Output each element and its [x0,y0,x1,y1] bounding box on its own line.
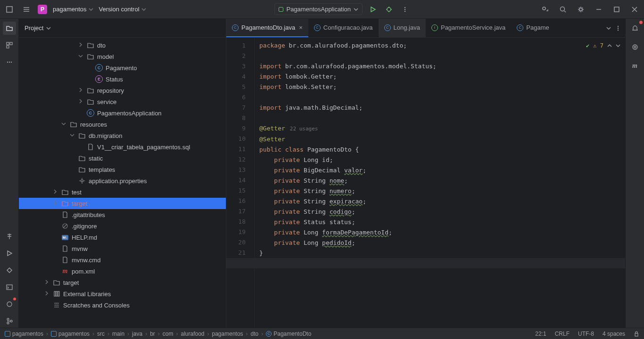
tree-item[interactable]: Scratches and Consoles [19,299,226,311]
breadcrumb-item[interactable]: com [163,331,173,337]
editor-tabs: CPagamentoDto.java×CConfiguracao.javaCLo… [226,19,625,38]
minimize-button[interactable] [593,4,604,15]
breadcrumb-item[interactable]: pagamentos [212,331,243,337]
tree-item-label: service [97,98,116,105]
notifications-button[interactable] [628,22,642,35]
tab-label: Configuracao.java [323,24,373,31]
tree-item[interactable]: mvnw.cmd [19,254,226,266]
run-button[interactable] [367,4,379,15]
close-button[interactable] [629,4,640,15]
ai-assistant-button[interactable] [628,40,642,54]
chevron-up-icon[interactable] [607,43,612,48]
inspection-warning-count[interactable]: ⚠ 7 [593,40,603,51]
tree-item[interactable]: repository [19,85,226,96]
tree-item[interactable]: target [19,198,226,209]
breadcrumb-separator: › [246,331,248,337]
terminal-tool-button[interactable] [3,281,16,294]
chevron-down-icon[interactable] [616,43,620,48]
more-tabs-icon[interactable] [615,25,621,32]
inspection-check-icon[interactable]: ✔ [586,40,589,51]
tree-item[interactable]: static [19,153,226,164]
file-icon [61,211,69,218]
vcs-menu[interactable]: Version control [99,6,146,13]
tree-item[interactable]: V1__criar_tabela_pagamentos.sql [19,141,226,153]
file-encoding[interactable]: UTF-8 [578,331,594,337]
breadcrumb-item[interactable]: alurafood [181,331,204,337]
code-editor[interactable]: 12345678910111213141516171819202122 pack… [226,38,625,328]
gear-icon [78,177,86,185]
editor-tab[interactable]: CConfiguracao.java [308,19,379,37]
tree-item-label: target [63,279,79,286]
close-tab-icon[interactable]: × [299,24,303,31]
code-with-me-icon[interactable] [539,4,551,15]
breadcrumb-item[interactable]: pagamentos [51,331,90,337]
readonly-lock-icon[interactable] [634,331,639,337]
more-tools-button[interactable] [3,56,16,69]
tree-arrow-icon [87,65,92,71]
tree-item[interactable]: templates [19,164,226,175]
tree-item[interactable]: application.properties [19,175,226,186]
tree-item[interactable]: CPagamento [19,62,226,73]
maven-tool-button[interactable]: m [628,59,642,73]
tree-item[interactable]: service [19,96,226,107]
project-tool-button[interactable] [3,22,16,35]
breadcrumb-item[interactable]: dto [251,331,259,337]
breadcrumb-item[interactable]: pagamentos [5,331,43,337]
breadcrumb-item[interactable]: main [112,331,124,337]
tree-item[interactable]: mvnw [19,243,226,254]
tree-arrow-icon [53,201,58,206]
gitig-icon [61,222,69,230]
tree-item[interactable]: .gitignore [19,220,226,232]
tree-item[interactable]: dto [19,40,226,51]
services-tool-button[interactable] [3,264,16,277]
editor-tab[interactable]: CPagame [511,19,554,37]
debug-button[interactable] [383,4,395,15]
editor-tab[interactable]: IPagamentoService.java [426,19,511,37]
breadcrumb-item[interactable]: br [150,331,155,337]
tree-item[interactable]: resources [19,119,226,130]
breadcrumb-separator: › [261,331,263,337]
cursor-position[interactable]: 22:1 [535,331,546,337]
breadcrumb-item[interactable]: src [97,331,105,337]
hamburger-icon[interactable] [21,4,32,15]
run-config-selector[interactable]: PagamentosApplication [274,3,363,15]
tree-item[interactable]: M↓HELP.md [19,232,226,243]
structure-tool-button[interactable] [3,39,16,52]
editor-tab[interactable]: CLong.java [379,19,426,37]
editor-tab[interactable]: CPagamentoDto.java× [226,19,308,37]
svg-point-17 [7,318,9,320]
tree-item[interactable]: CPagamentosApplication [19,107,226,119]
chevron-down-icon[interactable] [606,26,611,31]
problems-tool-button[interactable] [3,298,16,311]
breadcrumbs[interactable]: pagamentos›pagamentos›src›main›java›br›c… [5,331,311,337]
code-content[interactable]: package br.com.alurafood.pagamentos.dto;… [255,38,625,328]
svg-point-6 [561,7,565,11]
run-tool-button[interactable] [3,247,16,260]
tree-item[interactable]: model [19,51,226,62]
tree-item[interactable]: db.migration [19,130,226,141]
bookmarks-tool-button[interactable] [3,230,16,243]
folder-icon [53,279,60,286]
svg-point-7 [579,8,582,11]
tree-item[interactable]: External Libraries [19,288,226,299]
line-separator[interactable]: CRLF [555,331,570,337]
indent-config[interactable]: 4 spaces [603,331,625,337]
tree-item[interactable]: EStatus [19,73,226,85]
chevron-down-icon[interactable] [46,26,51,31]
folder-icon [87,87,94,94]
tree-arrow-icon [53,234,58,240]
maximize-button[interactable] [611,4,622,15]
git-tool-button[interactable] [3,315,16,328]
project-selector[interactable]: pagamentos [53,6,93,13]
tree-item[interactable]: mpom.xml [19,266,226,277]
tree-item[interactable]: target [19,277,226,288]
settings-gear-icon[interactable] [575,4,586,15]
tree-item[interactable]: .gitattributes [19,209,226,220]
project-tree[interactable]: dtomodelCPagamentoEStatusrepositoryservi… [19,38,226,328]
more-actions-icon[interactable] [399,4,411,15]
breadcrumb-item[interactable]: CPagamentoDto [266,331,311,337]
tree-item[interactable]: test [19,186,226,198]
breadcrumb-separator: › [145,331,147,337]
breadcrumb-item[interactable]: java [132,331,142,337]
search-icon[interactable] [557,4,569,15]
